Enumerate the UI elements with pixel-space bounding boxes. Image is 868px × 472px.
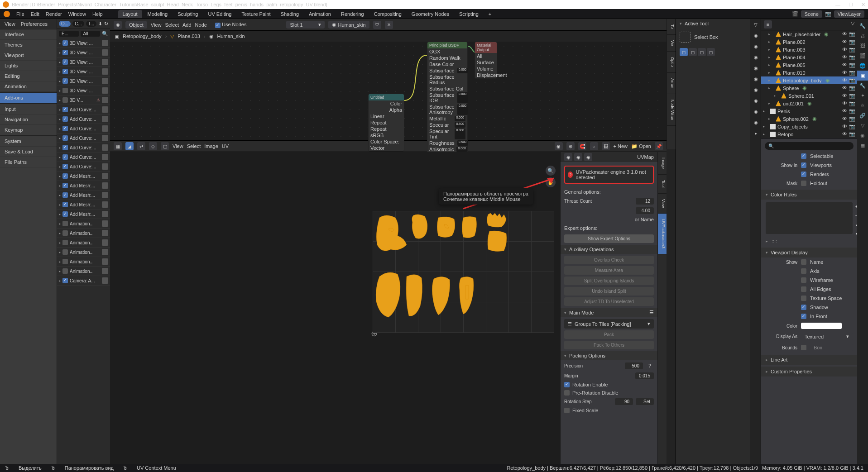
expand-icon[interactable]: ▸ — [768, 55, 774, 59]
uv-vertex-icon[interactable]: ◇ — [149, 142, 157, 150]
mode-select[interactable]: Object — [125, 21, 147, 29]
addon-enable-check[interactable] — [62, 183, 68, 188]
expand-icon[interactable]: ▸ — [768, 117, 774, 121]
addon-enable-check[interactable] — [62, 69, 68, 74]
list-icon[interactable]: ☰ — [649, 310, 654, 315]
outliner-row[interactable]: ▸Retopology_body◉👁📷 — [761, 76, 857, 84]
ti-6[interactable]: ◉ — [750, 84, 761, 95]
pref-interface[interactable]: Interface — [0, 29, 57, 40]
shield-icon[interactable]: 🛡 — [373, 21, 381, 29]
groups-dropdown[interactable]: ☰ Groups To Tiles [Packing]▾ — [564, 319, 654, 329]
tab-modeling[interactable]: Modeling — [143, 10, 173, 18]
addon-item[interactable]: ▸Add Curve:... — [57, 105, 110, 114]
outliner-row[interactable]: ▸und2.001◉👁📷 — [761, 100, 857, 107]
pivot-icon[interactable]: ⊕ — [566, 142, 575, 150]
ptab-constraint[interactable]: 🔗 — [857, 110, 868, 120]
addon-item[interactable]: ▸3D View: ... — [57, 48, 110, 57]
pref-system[interactable]: System — [0, 135, 57, 147]
addon-enable-check[interactable] — [62, 202, 68, 207]
addon-item[interactable]: ▸Add Mesh:... — [57, 191, 110, 200]
filter-official[interactable]: O... — [59, 21, 71, 27]
node-canvas[interactable]: Untitled Color Alpha Linear Repeat Repea… — [110, 42, 667, 140]
thread-value[interactable]: 12 — [636, 198, 654, 205]
visibility-icon[interactable]: 👁 — [842, 47, 847, 52]
rotstep-set[interactable]: Set — [636, 398, 654, 405]
bc-material[interactable]: Human_skin — [217, 33, 245, 39]
render-icon[interactable]: 📷 — [849, 100, 855, 106]
colorrules-list[interactable]: + − ▴ ▾ — [766, 202, 853, 234]
pref-lights[interactable]: Lights — [0, 61, 57, 71]
packopt-header[interactable]: Packing Options — [569, 353, 605, 358]
ti-8[interactable]: ◉ — [750, 106, 761, 117]
render-icon[interactable]: 📷 — [849, 54, 855, 60]
aux-button[interactable]: Adjust TD To Unselected — [564, 297, 654, 306]
selmode-new-icon[interactable]: ◻ — [680, 48, 688, 56]
menu-window[interactable]: Window — [68, 11, 86, 17]
outliner-row[interactable]: ▸Plane.003👁📷 — [761, 46, 857, 53]
bounds-check[interactable] — [801, 345, 806, 350]
margin-value[interactable]: 0.015 — [635, 372, 654, 379]
visibility-icon[interactable]: 👁 — [842, 131, 847, 137]
expand-icon[interactable]: ▸ — [768, 78, 774, 82]
menu-render[interactable]: Render — [46, 11, 62, 17]
ti-9[interactable]: ◉ — [750, 117, 761, 128]
nvt-nodewran[interactable]: Node Wran — [667, 94, 676, 126]
expand-icon[interactable]: ▸ — [768, 101, 774, 105]
visibility-icon[interactable]: 👁 — [842, 77, 847, 83]
ptab-view[interactable]: 🖼 — [857, 41, 868, 51]
ti-1[interactable]: ◉ — [750, 30, 761, 41]
render-icon[interactable]: 📷 — [849, 124, 855, 129]
addon-item[interactable]: ▸Camera: A... — [57, 276, 110, 286]
ptab-modifier[interactable]: 🔧 — [857, 81, 868, 91]
addon-item[interactable]: ▸3D View: ... — [57, 38, 110, 48]
down-icon[interactable]: ▾ — [853, 229, 857, 238]
render-icon[interactable]: 📷 — [849, 31, 855, 37]
render-icon[interactable]: 📷 — [849, 39, 855, 45]
bc-object[interactable]: Retopology_body — [123, 33, 162, 39]
uvmap-label[interactable]: UVMap — [637, 154, 654, 160]
zoom-icon[interactable]: 🔍 — [546, 166, 556, 176]
expand-icon[interactable]: ▸ — [763, 109, 768, 113]
nvt-vie[interactable]: Vie — [667, 35, 676, 52]
props-search[interactable]: 🔍 — [765, 142, 854, 150]
expand-icon[interactable]: ▸ — [768, 63, 774, 67]
vdisp-header[interactable]: Viewport Display — [771, 250, 808, 255]
uv-mode-icon[interactable]: ◢ — [125, 142, 134, 150]
addon-enable-check[interactable] — [62, 259, 68, 264]
bc-mesh[interactable]: Plane.003 — [177, 33, 200, 39]
color-swatch[interactable] — [801, 323, 842, 329]
addon-enable-check[interactable] — [62, 192, 68, 198]
aux-button[interactable]: Undo Island Split — [564, 287, 654, 296]
selmode-extend-icon[interactable]: ◻ — [689, 48, 697, 56]
expand-icon[interactable]: ▸ — [768, 48, 774, 52]
visibility-icon[interactable]: 👁 — [842, 116, 847, 122]
tab-shading[interactable]: Shading — [276, 10, 303, 18]
addon-enable-check[interactable] — [62, 126, 68, 131]
addon-item[interactable]: ▸3D View: ... — [57, 76, 110, 86]
outliner[interactable]: ▸Hair_placeholder◉👁📷▸Plane.002👁📷▸Plane.0… — [761, 30, 857, 138]
aux-header[interactable]: Auxiliary Operations — [569, 247, 614, 252]
addon-enable-check[interactable] — [62, 78, 68, 84]
addon-enable-check[interactable] — [62, 249, 68, 255]
editor-type-icon[interactable]: ◉ — [114, 21, 122, 29]
render-icon[interactable]: 📷 — [849, 108, 855, 114]
renders-check[interactable] — [801, 172, 806, 177]
render-icon[interactable]: 📷 — [849, 93, 855, 99]
render-icon[interactable]: 📷 — [849, 47, 855, 52]
expand-icon[interactable]: ▸ — [768, 32, 774, 36]
lineart-header[interactable]: Line Art — [771, 357, 787, 362]
addon-enable-check[interactable] — [62, 88, 68, 93]
ti-5[interactable]: ◉ — [750, 73, 761, 84]
outliner-row[interactable]: ▸Plane.002👁📷 — [761, 38, 857, 46]
addon-enable-check[interactable] — [62, 173, 68, 179]
addon-enable-check[interactable] — [62, 135, 68, 141]
shadow-check[interactable] — [801, 305, 806, 310]
snap-icon[interactable]: ◉ — [555, 142, 563, 150]
rotstep-value[interactable]: 90 — [615, 398, 633, 405]
maximize-icon[interactable]: ☐ — [849, 2, 853, 8]
aux-button[interactable]: Split Overlapping Islands — [564, 277, 654, 285]
tab-animation[interactable]: Animation — [304, 10, 336, 18]
outliner-row[interactable]: ▸Sphere◉👁📷 — [761, 84, 857, 92]
infront-check[interactable] — [801, 314, 806, 319]
render-icon[interactable]: 📷 — [849, 116, 855, 122]
